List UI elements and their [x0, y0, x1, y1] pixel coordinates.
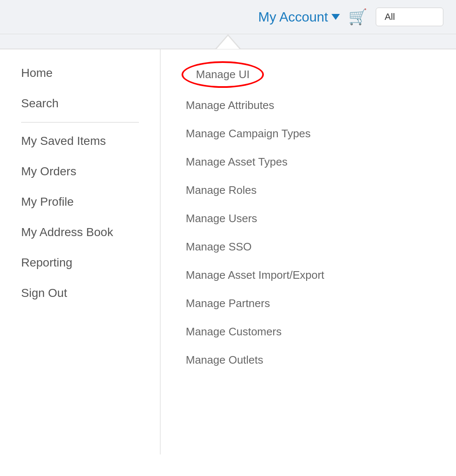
- dropdown-menu: Home Search My Saved Items My Orders My …: [0, 49, 456, 454]
- sidebar-item-my-address-book[interactable]: My Address Book: [0, 217, 160, 248]
- dropdown-arrow: [215, 34, 241, 49]
- sidebar-item-my-saved-items[interactable]: My Saved Items: [0, 126, 160, 156]
- my-account-button[interactable]: My Account: [258, 9, 340, 25]
- manage-outlets-item[interactable]: Manage Outlets: [169, 346, 456, 374]
- manage-customers-item[interactable]: Manage Customers: [169, 318, 456, 346]
- left-menu: Home Search My Saved Items My Orders My …: [0, 49, 160, 454]
- header: My Account 🛒: [0, 0, 456, 34]
- manage-asset-types-item[interactable]: Manage Asset Types: [169, 148, 456, 176]
- sidebar-item-reporting[interactable]: Reporting: [0, 248, 160, 278]
- manage-ui-item[interactable]: Manage UI: [182, 61, 264, 88]
- manage-asset-import-export-item[interactable]: Manage Asset Import/Export: [169, 261, 456, 289]
- sidebar-item-home[interactable]: Home: [0, 58, 160, 88]
- manage-partners-item[interactable]: Manage Partners: [169, 289, 456, 318]
- sidebar-item-search[interactable]: Search: [0, 88, 160, 119]
- dropdown-arrow-wrapper: [0, 34, 456, 49]
- manage-ui-wrapper: Manage UI: [169, 58, 456, 91]
- manage-campaign-types-item[interactable]: Manage Campaign Types: [169, 120, 456, 148]
- sidebar-item-sign-out[interactable]: Sign Out: [0, 278, 160, 308]
- manage-attributes-item[interactable]: Manage Attributes: [169, 91, 456, 120]
- manage-roles-item[interactable]: Manage Roles: [169, 176, 456, 204]
- cart-icon[interactable]: 🛒: [348, 8, 367, 26]
- sidebar-item-my-profile[interactable]: My Profile: [0, 187, 160, 217]
- sidebar-item-my-orders[interactable]: My Orders: [0, 156, 160, 187]
- chevron-down-icon: [331, 14, 340, 20]
- manage-sso-item[interactable]: Manage SSO: [169, 233, 456, 261]
- right-menu: Manage UI Manage Attributes Manage Campa…: [160, 49, 456, 454]
- search-input[interactable]: [376, 8, 443, 26]
- my-account-label: My Account: [258, 9, 328, 25]
- menu-divider: [21, 122, 139, 122]
- manage-users-item[interactable]: Manage Users: [169, 204, 456, 233]
